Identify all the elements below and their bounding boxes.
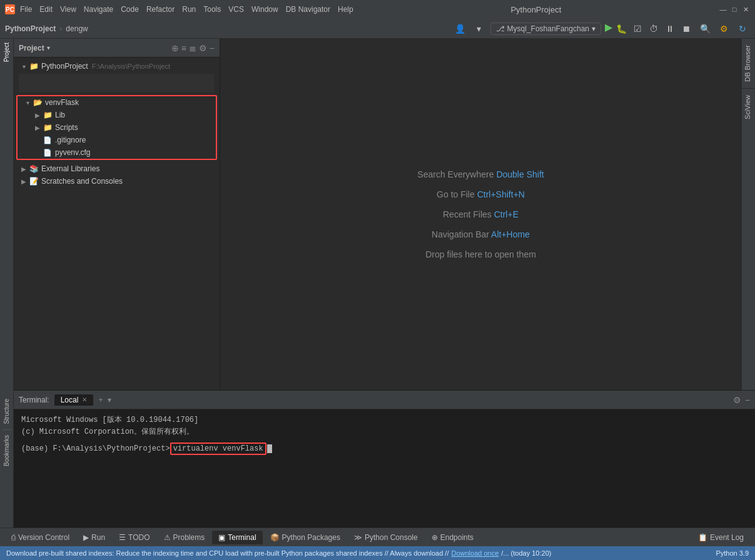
- sidebar-tab-project[interactable]: Project: [1, 39, 13, 66]
- main-layout: Project Project ▾ ⊕ ≡ ≣ ⚙ − ▾ 📁 PythonPr…: [0, 39, 755, 390]
- terminal-icon: ▣: [218, 533, 225, 542]
- terminal-actions: ⚙ −: [733, 395, 750, 405]
- status-tab-run[interactable]: ▶ Run: [77, 531, 111, 544]
- menu-vcs[interactable]: VCS: [228, 5, 244, 14]
- update-button[interactable]: ↻: [735, 21, 750, 36]
- menu-navigate[interactable]: Navigate: [84, 5, 113, 14]
- pyvenv-label: pyvenv.cfg: [55, 148, 90, 157]
- menu-db-navigator[interactable]: DB Navigator: [286, 5, 330, 14]
- panel-title: Project: [19, 44, 44, 52]
- structure-tab[interactable]: Structure: [1, 396, 13, 427]
- tree-root[interactable]: ▾ 📁 PythonProject F:\Analysis\PythonProj…: [14, 60, 220, 72]
- editor-area: Search Everywhere Double Shift Go to Fil…: [220, 39, 741, 390]
- notification-text: Download pre-built shared indexes: Reduc…: [6, 549, 448, 557]
- toolbar-dropdown-arrow[interactable]: ▾: [472, 21, 487, 36]
- tree-venvflask[interactable]: ▾ 📂 venvFlask: [18, 96, 216, 109]
- close-button[interactable]: ✕: [741, 5, 750, 14]
- menu-run[interactable]: Run: [182, 5, 196, 14]
- sciview-tab[interactable]: SciView: [742, 89, 755, 126]
- python-packages-icon: 📦: [270, 533, 280, 542]
- tree-lib[interactable]: ▶ 📁 Lib: [18, 109, 216, 121]
- terminal-content[interactable]: Microsoft Windows [版本 10.0.19044.1706] (…: [14, 409, 755, 528]
- ext-libs-label: External Libraries: [41, 164, 99, 173]
- menu-tools[interactable]: Tools: [203, 5, 221, 14]
- venvflask-label: venvFlask: [45, 98, 79, 107]
- status-tab-problems[interactable]: ⚠ Problems: [158, 531, 211, 544]
- menu-refactor[interactable]: Refactor: [146, 5, 175, 14]
- python-console-icon: ≫: [354, 533, 362, 542]
- menu-window[interactable]: Window: [251, 5, 278, 14]
- pause-button[interactable]: ⏸: [662, 21, 677, 36]
- debug-button[interactable]: 🐛: [614, 21, 629, 36]
- tree-external-libs[interactable]: ▶ 📚 External Libraries: [14, 162, 220, 175]
- coverage-button[interactable]: ☑: [630, 21, 645, 36]
- terminal-area: Terminal: Local ✕ + ▾ ⚙ − Microsoft Wind…: [14, 390, 755, 528]
- breadcrumb-item[interactable]: dengw: [66, 24, 88, 33]
- status-tab-python-console[interactable]: ≫ Python Console: [348, 531, 424, 544]
- venv-highlight-box: ▾ 📂 venvFlask ▶ 📁 Lib ▶ 📁 Scripts 📄: [16, 95, 217, 160]
- collapse-all-icon[interactable]: ≡: [181, 43, 186, 53]
- bookmarks-tab[interactable]: Bookmarks: [1, 432, 13, 469]
- status-tab-endpoints[interactable]: ⊕ Endpoints: [425, 531, 480, 544]
- tree-scratches[interactable]: ▶ 📝 Scratches and Consoles: [14, 175, 220, 188]
- menu-view[interactable]: View: [60, 5, 76, 14]
- settings-button[interactable]: ⚙: [716, 21, 731, 36]
- structure-sidebar: Structure Bookmarks: [0, 390, 14, 528]
- hide-icon[interactable]: ≣: [189, 43, 196, 53]
- terminal-tab-local[interactable]: Local ✕: [54, 394, 94, 406]
- toolbar: PythonProject › dengw 👤 ▾ ⎇ Mysql_Foshan…: [0, 19, 755, 39]
- search-everywhere-button[interactable]: 🔍: [697, 21, 712, 36]
- locate-icon[interactable]: ⊕: [171, 43, 179, 53]
- root-path: F:\Analysis\PythonProject: [92, 62, 170, 70]
- hint-recent-files: Recent Files Ctrl+E: [443, 209, 519, 219]
- terminal-options-button[interactable]: ▾: [108, 396, 111, 404]
- project-panel: Project ▾ ⊕ ≡ ≣ ⚙ − ▾ 📁 PythonProject F:…: [14, 39, 220, 390]
- notification-bar: Download pre-built shared indexes: Reduc…: [0, 546, 755, 560]
- menu-file[interactable]: File: [20, 5, 32, 14]
- terminal-tab-name: Local: [61, 396, 79, 404]
- profile-button[interactable]: ⏱: [646, 21, 661, 36]
- term-line2-text: (c) Microsoft Corporation。保留所有权利。: [21, 428, 194, 436]
- hint-recent-text: Recent Files: [443, 209, 494, 219]
- hint-gotofile-shortcut: Ctrl+Shift+N: [477, 189, 525, 199]
- status-tab-todo[interactable]: ☰ TODO: [113, 531, 156, 544]
- menu-code[interactable]: Code: [121, 5, 139, 14]
- run-controls: ▶ 🐛 ☑ ⏱ ⏸ ⏹: [605, 21, 694, 36]
- hint-search-text: Search Everywhere: [417, 169, 496, 179]
- terminal-line-3: (base) F:\Analysis\PythonProject>virtual…: [21, 443, 747, 455]
- tree-gitignore[interactable]: 📄 .gitignore: [18, 134, 216, 146]
- menu-edit[interactable]: Edit: [39, 5, 53, 14]
- branch-selector[interactable]: ⎇ Mysql_FoshanFangchan ▾: [490, 22, 601, 35]
- run-button[interactable]: ▶: [605, 21, 612, 36]
- minimize-panel-icon[interactable]: −: [210, 43, 215, 53]
- tree-scripts[interactable]: ▶ 📁 Scripts: [18, 121, 216, 134]
- tree-pyvenv[interactable]: 📄 pyvenv.cfg: [18, 146, 216, 159]
- status-tab-python-packages[interactable]: 📦 Python Packages: [264, 531, 347, 544]
- menu-bar: File Edit View Navigate Code Refactor Ru…: [20, 5, 353, 14]
- terminal-line-2: (c) Microsoft Corporation。保留所有权利。: [21, 426, 747, 438]
- minimize-button[interactable]: —: [719, 5, 727, 14]
- maximize-button[interactable]: □: [730, 5, 739, 14]
- status-tab-event-log-label: Event Log: [710, 533, 744, 542]
- toolbar-user-icon[interactable]: 👤: [453, 21, 468, 36]
- hint-search: Search Everywhere Double Shift: [417, 169, 544, 179]
- breadcrumb-sep: ›: [59, 24, 62, 33]
- scratches-label: Scratches and Consoles: [41, 177, 123, 186]
- settings-icon[interactable]: ⚙: [199, 43, 207, 53]
- status-tab-terminal[interactable]: ▣ Terminal: [212, 531, 262, 544]
- terminal-minimize-icon[interactable]: −: [745, 395, 750, 405]
- add-terminal-button[interactable]: +: [98, 396, 103, 404]
- db-browser-tab[interactable]: DB Browser: [742, 39, 755, 88]
- download-once-link[interactable]: Download once: [451, 549, 499, 557]
- term-command-highlight: virtualenv venvFlask: [170, 442, 266, 455]
- panel-title-arrow[interactable]: ▾: [47, 44, 50, 51]
- status-tab-event-log[interactable]: 📋 Event Log: [692, 531, 750, 544]
- status-tab-version-control[interactable]: ⎙ Version Control: [5, 531, 76, 544]
- event-log-icon: 📋: [698, 533, 707, 542]
- branch-icon: ⎇: [496, 24, 505, 33]
- lib-label: Lib: [55, 111, 65, 119]
- terminal-settings-icon[interactable]: ⚙: [733, 395, 741, 405]
- menu-help[interactable]: Help: [338, 5, 353, 14]
- terminal-tab-close[interactable]: ✕: [82, 396, 87, 403]
- stop-button[interactable]: ⏹: [679, 21, 694, 36]
